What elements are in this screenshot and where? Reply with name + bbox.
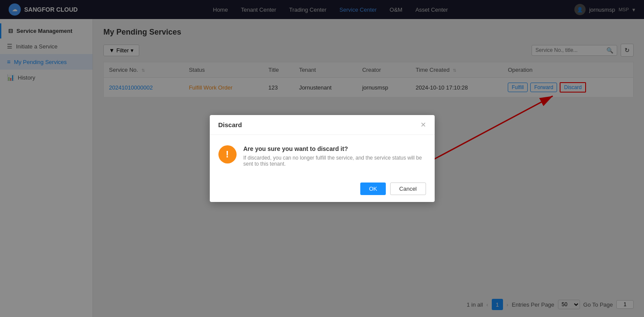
modal-title: Discard xyxy=(218,121,242,128)
modal-body: ! Are you sure you want to discard it? I… xyxy=(210,135,435,176)
modal-cancel-button[interactable]: Cancel xyxy=(390,183,426,195)
modal-ok-button[interactable]: OK xyxy=(360,183,386,195)
modal-close-button[interactable]: ✕ xyxy=(420,122,426,128)
modal-footer: OK Cancel xyxy=(210,176,435,202)
modal-overlay[interactable]: Discard ✕ ! Are you sure you want to dis… xyxy=(0,0,644,317)
warning-icon: ! xyxy=(218,145,237,163)
discard-modal: Discard ✕ ! Are you sure you want to dis… xyxy=(210,115,435,202)
modal-sub-text: If discarded, you can no longer fulfill … xyxy=(244,155,426,167)
modal-header: Discard ✕ xyxy=(210,115,435,135)
modal-main-text: Are you sure you want to discard it? xyxy=(244,145,426,152)
modal-message: Are you sure you want to discard it? If … xyxy=(244,145,426,167)
